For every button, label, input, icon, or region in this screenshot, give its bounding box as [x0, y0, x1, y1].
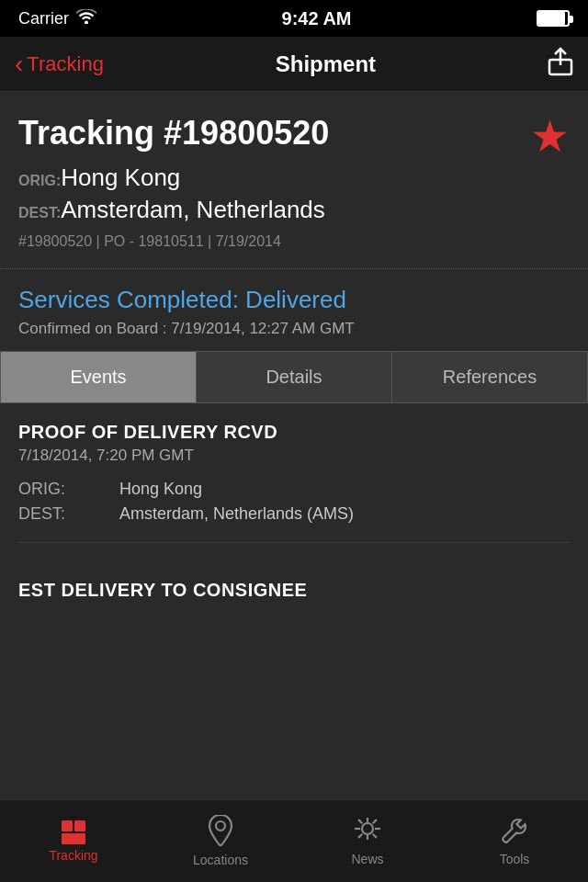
tab-events[interactable]: Events	[1, 352, 197, 402]
battery-indicator	[537, 10, 570, 27]
tracking-number: Tracking #19800520	[18, 114, 570, 153]
status-text: Services Completed: Delivered	[18, 286, 570, 314]
news-tab-label: News	[351, 852, 383, 866]
status-bar: Carrier 9:42 AM	[0, 0, 588, 37]
news-tab-icon	[353, 816, 382, 848]
event-dest-value: Amsterdam, Netherlands (AMS)	[119, 504, 354, 524]
status-section: Services Completed: Delivered Confirmed …	[0, 269, 588, 351]
tracking-tab-label: Tracking	[49, 848, 97, 863]
origin-line: ORIG: Hong Kong	[18, 164, 570, 192]
chevron-left-icon: ‹	[15, 51, 23, 77]
carrier-wifi: Carrier	[18, 9, 96, 28]
locations-tab-label: Locations	[193, 853, 248, 867]
dest-label: DEST:	[18, 205, 61, 221]
bottom-tab-tools[interactable]: Tools	[441, 800, 588, 882]
star-button[interactable]: ★	[530, 110, 570, 162]
tracking-tab-icon	[62, 820, 85, 844]
tools-tab-icon	[500, 816, 529, 848]
origin-dest: ORIG: Hong Kong DEST: Amsterdam, Netherl…	[18, 164, 570, 224]
tab-details[interactable]: Details	[197, 352, 392, 402]
confirmed-text: Confirmed on Board : 7/19/2014, 12:27 AM…	[18, 320, 570, 338]
bottom-tab-bar: Tracking Locations News	[0, 799, 588, 882]
page-title: Shipment	[276, 51, 376, 77]
event-orig-value: Hong Kong	[119, 480, 202, 499]
battery-icon	[537, 10, 570, 27]
event-title: PROOF OF DELIVERY RCVD	[18, 422, 570, 443]
carrier-label: Carrier	[18, 9, 69, 28]
tools-tab-label: Tools	[500, 852, 530, 866]
dest-value: Amsterdam, Netherlands	[61, 196, 325, 224]
tracking-header: Tracking #19800520 ★ ORIG: Hong Kong DES…	[0, 92, 588, 269]
event-orig-row: ORIG: Hong Kong	[18, 480, 570, 499]
share-button[interactable]	[548, 47, 573, 82]
status-time: 9:42 AM	[282, 8, 352, 29]
next-event-title: EST DELIVERY TO CONSIGNEE	[18, 580, 570, 601]
event-dest-label: DEST:	[18, 504, 119, 524]
back-button[interactable]: ‹ Tracking	[15, 51, 104, 77]
tab-references[interactable]: References	[392, 352, 587, 402]
bottom-tab-news[interactable]: News	[294, 800, 441, 882]
bottom-tab-tracking[interactable]: Tracking	[0, 800, 147, 882]
event-time: 7/18/2014, 7:20 PM GMT	[18, 447, 570, 465]
back-label: Tracking	[27, 52, 104, 76]
events-section: PROOF OF DELIVERY RCVD 7/18/2014, 7:20 P…	[0, 403, 588, 543]
event-orig-label: ORIG:	[18, 480, 119, 499]
bottom-tab-locations[interactable]: Locations	[147, 800, 294, 882]
tab-bar: Events Details References	[0, 351, 588, 403]
event-item: PROOF OF DELIVERY RCVD 7/18/2014, 7:20 P…	[18, 422, 570, 543]
wifi-icon	[76, 9, 96, 28]
ref-line: #19800520 | PO - 19810511 | 7/19/2014	[18, 233, 570, 250]
event-dest-row: DEST: Amsterdam, Netherlands (AMS)	[18, 504, 570, 524]
event-details: ORIG: Hong Kong DEST: Amsterdam, Netherl…	[18, 480, 570, 524]
nav-bar: ‹ Tracking Shipment	[0, 37, 588, 92]
orig-label: ORIG:	[18, 173, 61, 189]
dest-line: DEST: Amsterdam, Netherlands	[18, 196, 570, 224]
next-event: EST DELIVERY TO CONSIGNEE	[0, 561, 588, 601]
orig-value: Hong Kong	[61, 164, 180, 192]
locations-tab-icon	[208, 815, 233, 849]
svg-point-1	[216, 821, 225, 831]
svg-point-2	[362, 823, 373, 834]
